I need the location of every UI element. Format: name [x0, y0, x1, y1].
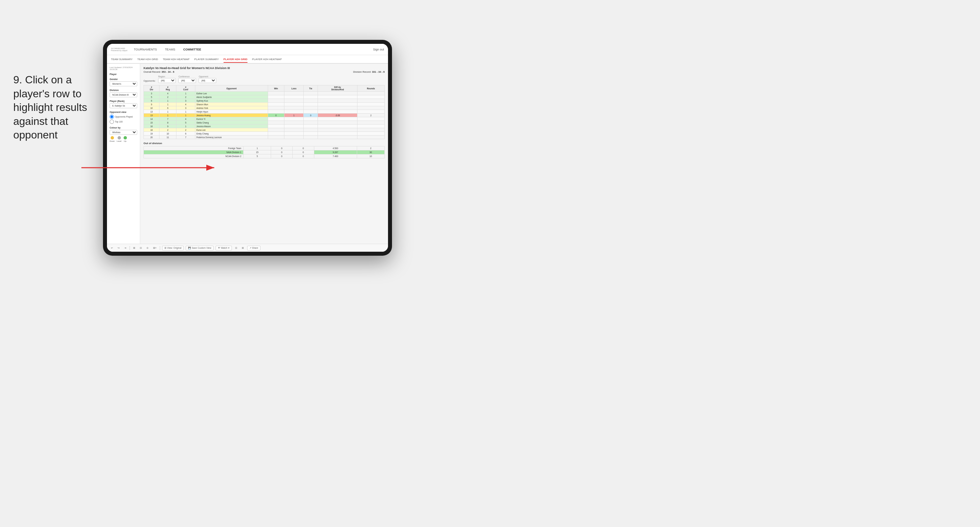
cell-div: 10	[144, 106, 159, 110]
grid-area: Katelyn Vo Head-to-Head Grid for Women's…	[140, 64, 388, 244]
cell-diff	[318, 132, 358, 135]
sub-nav-team-h2h-heatmap[interactable]: TEAM H2H HEATMAP	[163, 56, 190, 63]
cell-tie	[304, 121, 318, 125]
forward-button[interactable]: ⇥	[123, 246, 127, 250]
dot-down	[111, 136, 114, 140]
table-row[interactable]: 19 10 6 Emily Chang	[144, 132, 385, 135]
nav-teams[interactable]: TEAMS	[164, 47, 177, 52]
sub-nav-team-summary[interactable]: TEAM SUMMARY	[111, 56, 132, 63]
table-row[interactable]: 18 2 2 Euna Lee	[144, 128, 385, 132]
out-table-row[interactable]: NAIA Division 1 15 0 0 9.267 30	[144, 151, 385, 154]
cell-reg: 8	[159, 121, 177, 125]
grid-title: Katelyn Vo Head-to-Head Grid for Women's…	[143, 67, 385, 70]
view-original-button[interactable]: ⊞ View: Original	[162, 246, 184, 251]
dot-level	[118, 136, 121, 140]
toolbar-extra4[interactable]: ⊞+	[152, 246, 158, 250]
cell-tie	[304, 99, 318, 103]
out-table-row[interactable]: Foreign Team 1 0 0 4.500 2	[144, 146, 385, 151]
nav-tournaments[interactable]: TOURNAMENTS	[132, 47, 158, 52]
sidebar-player-rank-label: Player (Rank)	[110, 100, 137, 102]
cell-div: 16	[144, 125, 159, 128]
cell-conf: 1	[176, 110, 195, 114]
redo-button[interactable]: ↪	[116, 246, 121, 250]
cell-rounds	[358, 135, 385, 139]
cell-tie: 0	[304, 114, 318, 117]
cell-win	[268, 99, 284, 103]
sub-nav-team-h2h-grid[interactable]: TEAM H2H GRID	[137, 56, 158, 63]
table-row[interactable]: 20 11 7 Federica Domecq Lacroze	[144, 135, 385, 139]
toolbar-extra2[interactable]: ⊡	[138, 246, 143, 250]
table-row[interactable]: 6 1 3 Sydney Kuo	[144, 99, 385, 103]
table-row[interactable]: 13 1 1 Jessica Huang 0 1 0 -3.00 2	[144, 114, 385, 117]
sub-nav: TEAM SUMMARY TEAM H2H GRID TEAM H2H HEAT…	[107, 55, 388, 64]
cell-tie	[304, 135, 318, 139]
logo-text: SCOREBOARD	[111, 48, 127, 49]
cell-reg: 1	[159, 114, 177, 117]
division-record-value: 331 - 34 - 6	[372, 70, 385, 73]
undo-button[interactable]: ↩	[110, 246, 114, 250]
out-cell-val5: 10	[357, 154, 384, 159]
out-cell-val5: 30	[357, 151, 384, 154]
table-row[interactable]: 13 1 1 Heejin Hyun	[144, 110, 385, 114]
table-row[interactable]: 14 7 4 Eunice Yi	[144, 117, 385, 121]
cell-rounds	[358, 99, 385, 103]
cell-reg: 2	[159, 95, 177, 99]
opponents-label: Opponents:	[143, 80, 156, 82]
sign-out-button[interactable]: Sign out	[373, 48, 384, 51]
table-row[interactable]: 15 8 5 Stella Chang	[144, 121, 385, 125]
gender-select[interactable]: Women's	[110, 81, 137, 86]
radio-opponents-played-input[interactable]	[110, 114, 114, 119]
cell-diff	[318, 95, 358, 99]
icon-button[interactable]: ⊞	[240, 246, 245, 250]
overall-record-value: 353 - 34 - 6	[161, 70, 174, 73]
division-record-label: Division Record:	[353, 70, 371, 73]
filter-region-label: Region	[158, 75, 176, 78]
table-row[interactable]: 5 2 2 Alexis Sudjianto	[144, 95, 385, 99]
nav-committee[interactable]: COMMITTEE	[182, 47, 202, 52]
sidebar-gender-section: Gender Women's	[110, 78, 137, 86]
table-row[interactable]: 3 4 1 Esther Lee	[144, 92, 385, 95]
filter-region-select[interactable]: (All)	[158, 78, 176, 83]
cell-opponent: Andrea York	[195, 106, 268, 110]
table-row[interactable]: 16 9 1 Jessica Mason	[144, 125, 385, 128]
save-custom-button[interactable]: 💾 Save Custom View	[186, 246, 213, 251]
out-of-division-table: Foreign Team 1 0 0 4.500 2 NAIA Division…	[143, 146, 385, 159]
out-of-division-title: Out of division	[143, 142, 385, 145]
cell-reg: 2	[159, 128, 177, 132]
cell-rounds	[358, 132, 385, 135]
colour-select[interactable]: Win/loss	[110, 130, 137, 135]
share-button[interactable]: ↗ Share	[247, 246, 261, 251]
cell-win	[268, 132, 284, 135]
toolbar-extra3[interactable]: ⊙	[145, 246, 150, 250]
table-row[interactable]: 10 6 3 Andrea York	[144, 106, 385, 110]
radio-opponents-played[interactable]: Opponents Played	[110, 114, 137, 119]
sub-nav-player-summary[interactable]: PLAYER SUMMARY	[194, 56, 219, 63]
filter-conference-select[interactable]: (All)	[178, 78, 196, 83]
filter-region-group: Region (All)	[158, 75, 176, 83]
radio-top100-input[interactable]	[110, 119, 114, 124]
sub-nav-player-h2h-grid[interactable]: PLAYER H2H GRID	[224, 56, 248, 63]
cell-loss	[284, 103, 304, 106]
filter-conference-group: Conference (All)	[178, 75, 196, 83]
cell-conf: 2	[176, 95, 195, 99]
layout-button[interactable]: ⊡	[234, 246, 239, 250]
sub-nav-player-h2h-heatmap[interactable]: PLAYER H2H HEATMAP	[252, 56, 282, 63]
cell-conf: 4	[176, 117, 195, 121]
division-select[interactable]: NCAA Division III	[110, 92, 137, 97]
table-row[interactable]: 9 1 4 Sharon Mun	[144, 103, 385, 106]
filter-conference-label: Conference	[178, 75, 196, 78]
out-cell-val2: 0	[271, 154, 293, 159]
cell-tie	[304, 128, 318, 132]
out-cell-val4: 4.500	[314, 146, 357, 151]
sidebar-player-rank-section: Player (Rank) 8. Katelyn Vo	[110, 100, 137, 108]
cell-reg: 10	[159, 132, 177, 135]
out-table-row[interactable]: NCAA Division 2 5 0 0 7.400 10	[144, 154, 385, 159]
filter-opponent-select[interactable]: (All)	[199, 78, 216, 83]
sidebar-opponent-view-section: Opponent view Opponents Played Top 100	[110, 111, 137, 124]
watch-button[interactable]: 👁 Watch ▾	[216, 246, 232, 251]
player-rank-select[interactable]: 8. Katelyn Vo	[110, 103, 137, 108]
cell-conf: 3	[176, 99, 195, 103]
toolbar-extra1[interactable]: ⊞	[132, 246, 137, 250]
cell-div: 19	[144, 132, 159, 135]
radio-top100[interactable]: Top 100	[110, 119, 137, 124]
